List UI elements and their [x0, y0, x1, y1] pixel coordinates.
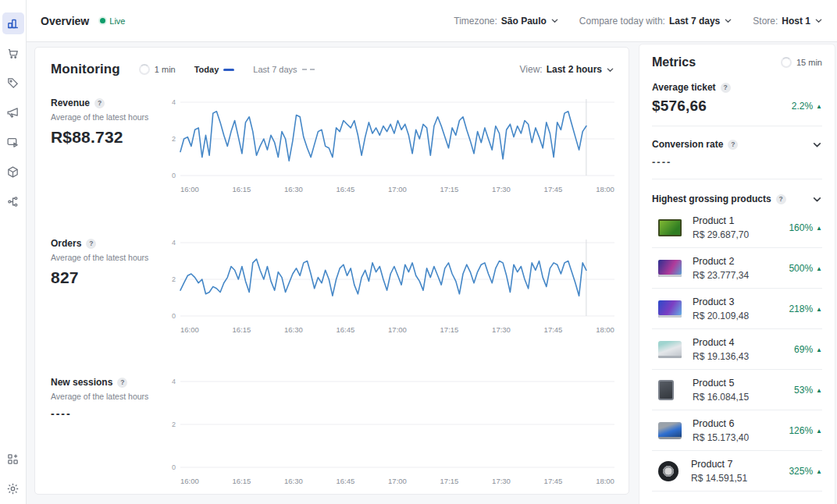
- page-title: Overview: [41, 15, 89, 27]
- x-tick-label: 17:45: [544, 185, 563, 193]
- highest-grossing-label: Highest grossing products: [652, 193, 771, 204]
- x-tick-label: 16:45: [337, 477, 355, 485]
- x-tick-label: 16:00: [180, 185, 199, 193]
- compare-dropdown[interactable]: Compare today with: Last 7 days: [579, 16, 732, 27]
- new-sessions-x-axis: 16:0016:1516:3016:4517:0017:1517:3017:45…: [180, 477, 614, 485]
- screen-play-icon: [6, 136, 20, 149]
- top-header: Overview Live Timezone: São Paulo Compar…: [27, 0, 837, 42]
- timezone-value: São Paulo: [501, 16, 547, 27]
- highest-grossing-header[interactable]: Highest grossing products: [652, 193, 822, 204]
- orders-x-axis: 16:0016:1516:3016:4517:0017:1517:3017:45…: [180, 325, 614, 334]
- bar-chart-icon: [6, 17, 20, 30]
- product-price: R$ 29.687,70: [693, 229, 749, 240]
- svg-text:4: 4: [172, 378, 176, 385]
- gear-icon: [6, 482, 20, 495]
- product-name: Product 1: [693, 215, 749, 226]
- megaphone-icon: [6, 106, 20, 119]
- svg-text:0: 0: [172, 463, 176, 471]
- x-tick-label: 16:15: [233, 477, 251, 485]
- sidebar-item-storefront[interactable]: [2, 131, 24, 153]
- chevron-down-icon[interactable]: [812, 140, 822, 150]
- x-tick-label: 16:30: [284, 185, 303, 193]
- svg-text:0: 0: [172, 312, 176, 320]
- svg-text:2: 2: [172, 421, 176, 428]
- refresh-spinner-icon: [781, 57, 792, 68]
- x-tick-label: 18:00: [596, 325, 614, 334]
- product-row[interactable]: Product 2 R$ 23.777,34 500%▲: [652, 248, 822, 288]
- sidebar-item-marketing[interactable]: [2, 101, 24, 123]
- legend-compare-label: Last 7 days: [253, 65, 297, 74]
- x-tick-label: 17:00: [388, 325, 407, 334]
- up-arrow-icon: ▲: [816, 468, 822, 475]
- x-tick-label: 16:15: [233, 325, 251, 334]
- compare-line-swatch: [302, 69, 315, 70]
- apps-add-icon: [6, 453, 20, 466]
- product-row[interactable]: Product 5 R$ 16.084,15 53%▲: [652, 370, 822, 410]
- sidebar-item-orders[interactable]: [2, 42, 24, 64]
- revenue-section: Revenue Average of the latest hours R$88…: [51, 96, 614, 193]
- x-tick-label: 16:45: [337, 185, 355, 193]
- view-range-dropdown[interactable]: View: Last 2 hours: [520, 64, 615, 75]
- product-row[interactable]: Product 4 R$ 19.136,43 69%▲: [652, 329, 822, 369]
- legend-today[interactable]: Today: [194, 65, 235, 74]
- product-price: R$ 19.136,43: [693, 351, 749, 362]
- cart-icon: [6, 47, 20, 60]
- store-dropdown[interactable]: Store: Host 1: [753, 16, 823, 27]
- product-row[interactable]: Product 6 R$ 15.173,40 126%▲: [652, 410, 822, 450]
- timezone-dropdown[interactable]: Timezone: São Paulo: [454, 16, 559, 27]
- x-tick-label: 17:15: [440, 185, 459, 193]
- today-line-swatch: [223, 69, 234, 71]
- product-thumbnail: [658, 341, 682, 358]
- sidebar-item-settings[interactable]: [2, 477, 24, 499]
- product-price: R$ 15.173,40: [693, 432, 749, 443]
- sidebar-item-analytics[interactable]: [2, 12, 24, 34]
- x-tick-label: 17:30: [492, 477, 511, 485]
- x-tick-label: 17:45: [544, 325, 563, 334]
- help-icon[interactable]: [94, 98, 105, 108]
- new-sessions-value: ----: [51, 407, 166, 420]
- orders-title: Orders: [51, 238, 81, 249]
- up-arrow-icon: ▲: [816, 265, 822, 272]
- x-tick-label: 18:00: [596, 185, 614, 193]
- chevron-down-icon: [814, 16, 823, 25]
- chevron-down-icon[interactable]: [812, 194, 822, 204]
- new-sessions-line-chart: 024: [166, 375, 614, 475]
- average-ticket-value: $576,66: [652, 98, 707, 115]
- chevron-down-icon: [606, 66, 614, 74]
- product-change: 218%▲: [789, 303, 822, 314]
- product-thumbnail: [658, 461, 679, 481]
- help-icon[interactable]: [721, 83, 731, 93]
- sidebar-item-promotions[interactable]: [2, 72, 24, 94]
- sidebar-item-apps[interactable]: [2, 448, 24, 470]
- product-thumbnail: [658, 260, 682, 277]
- monitoring-title: Monitoring: [51, 62, 120, 77]
- conversion-rate-header[interactable]: Conversion rate: [652, 139, 822, 150]
- product-row[interactable]: Product 7 R$ 14.591,51 325%▲: [652, 451, 822, 491]
- sidebar-item-integrations[interactable]: [2, 190, 24, 212]
- change-percent: 325%: [789, 466, 813, 477]
- monitoring-header: Monitoring 1 min Today Last 7 days View:…: [51, 62, 614, 77]
- new-sessions-info: New sessions Average of the latest hours…: [51, 375, 166, 485]
- help-icon[interactable]: [117, 378, 127, 388]
- x-tick-label: 17:15: [440, 325, 459, 334]
- product-row[interactable]: Product 3 R$ 20.109,48 218%▲: [652, 289, 822, 328]
- change-percent: 218%: [789, 303, 813, 314]
- help-icon[interactable]: [776, 194, 786, 204]
- help-icon[interactable]: [728, 140, 738, 150]
- refresh-spinner-icon: [139, 64, 150, 75]
- average-ticket-change: 2.2% ▲: [792, 101, 822, 112]
- legend-last-7-days[interactable]: Last 7 days: [253, 65, 314, 74]
- x-tick-label: 17:00: [388, 185, 407, 193]
- chevron-down-icon: [550, 16, 559, 25]
- store-value: Host 1: [782, 16, 810, 27]
- help-icon[interactable]: [86, 239, 96, 249]
- x-tick-label: 17:45: [544, 477, 563, 485]
- orders-line-chart: 024: [166, 236, 614, 324]
- legend-today-label: Today: [194, 65, 219, 74]
- revenue-value: R$88.732: [51, 128, 166, 147]
- conversion-rate-value: ----: [652, 156, 822, 168]
- divider: [652, 491, 822, 492]
- product-row[interactable]: Product 1 R$ 29.687,70 160%▲: [652, 208, 822, 247]
- sidebar-item-catalog[interactable]: [2, 161, 24, 183]
- metrics-title: Metrics: [652, 55, 696, 69]
